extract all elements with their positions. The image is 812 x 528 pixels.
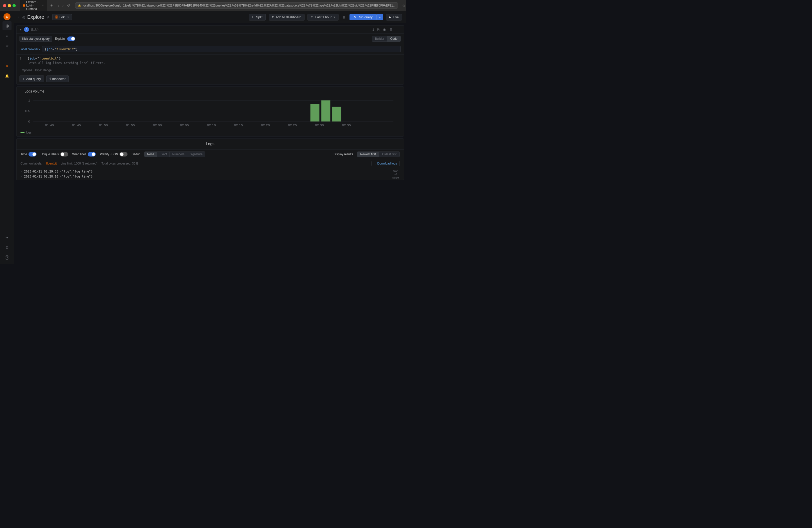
datasource-selector[interactable]: 🗄 Loki ▼ — [52, 14, 72, 20]
log-expand-icon-1[interactable]: › — [20, 170, 22, 173]
prettify-json-toggle[interactable] — [119, 152, 128, 157]
add-query-button[interactable]: + Add query — [19, 75, 44, 82]
run-query-button[interactable]: ↻ Run query — [349, 14, 377, 20]
split-button[interactable]: ⊢ Split — [249, 14, 265, 20]
query-input-field[interactable]: {job="fluentbit"} — [42, 46, 401, 52]
sidebar-item-help[interactable]: ? — [2, 253, 12, 262]
sidebar-item-explore[interactable]: ◎ — [2, 21, 12, 30]
y-label-0: 0 — [28, 120, 30, 123]
sidebar-item-alerting[interactable]: ◈ — [2, 61, 12, 70]
logo-letter: G — [6, 15, 8, 18]
code-button[interactable]: Code — [387, 36, 401, 42]
download-logs-button[interactable]: ↓ Download logs — [372, 161, 400, 166]
sidebar-item-signin[interactable]: ⇥ — [2, 233, 12, 242]
query-info-icon[interactable]: ℹ — [372, 27, 375, 32]
sidebar-item-settings[interactable]: ⚙ — [2, 243, 12, 252]
options-label: Options — [22, 69, 32, 72]
dedup-exact-button[interactable]: Exact — [157, 152, 170, 157]
tab-close-button[interactable]: × — [42, 4, 44, 7]
kickstart-button[interactable]: Kick start your query — [19, 36, 52, 42]
log-expand-icon-2[interactable]: › — [20, 175, 22, 177]
split-icon: ⊢ — [252, 15, 255, 19]
sidebar-item-search[interactable]: ⌕ — [2, 31, 12, 40]
minimize-window-button[interactable] — [8, 4, 11, 7]
sidebar-item-starred[interactable]: ☆ — [2, 41, 12, 50]
run-query-dropdown-button[interactable]: ▼ — [377, 14, 383, 20]
newest-first-button[interactable]: Newest first — [357, 152, 379, 157]
query-more-icon[interactable]: ⋮ — [395, 27, 401, 32]
topbar: › ◎ Explore ⇗ 🗄 Loki ▼ ⊢ Split ⊞ Add to … — [14, 11, 406, 23]
sidebar: G ◎ ⌕ ☆ ⊞ ◈ 🔔 ⇥ ⚙ ? — [0, 11, 14, 264]
new-tab-button[interactable]: + — [50, 3, 53, 8]
query-hide-icon[interactable]: ◉ — [382, 27, 387, 32]
query-options[interactable]: › Options Type: Range — [16, 67, 404, 73]
log-text-1: 2023-01-21 02:29:35 {"log":"log line"} — [24, 170, 93, 173]
label-browser-link[interactable]: Label browser › — [19, 47, 40, 51]
sidebar-item-dashboards[interactable]: ⊞ — [2, 51, 12, 60]
close-window-button[interactable] — [3, 4, 6, 7]
builder-button[interactable]: Builder — [372, 36, 387, 42]
explain-toggle[interactable] — [67, 36, 75, 41]
label-browser-label: Label browser — [19, 47, 38, 51]
x-label-9: 02:25 — [288, 123, 297, 127]
time-range-chevron-icon: ▼ — [333, 16, 335, 18]
unique-labels-toggle[interactable] — [60, 152, 68, 157]
refresh-button[interactable]: ↺ — [66, 2, 71, 9]
x-label-1: 01:45 — [72, 123, 81, 127]
query-delete-icon[interactable]: 🗑 — [388, 27, 394, 32]
collapse-query-icon[interactable]: ▼ — [19, 28, 22, 31]
live-button[interactable]: ▶ Live — [386, 14, 402, 20]
x-label-5: 02:05 — [180, 123, 189, 127]
wrap-lines-toggle[interactable] — [88, 152, 96, 157]
zoom-out-icon[interactable]: ⊖ — [342, 15, 347, 19]
inspector-icon: ℹ — [49, 77, 51, 81]
time-toggle[interactable] — [29, 152, 37, 157]
oldest-first-button[interactable]: Oldest first — [379, 152, 400, 157]
loki-icon: 🗄 — [55, 15, 58, 19]
browser-tab[interactable]: Explore - Loki - Grafana × — [20, 0, 47, 12]
logs-meta: Common labels: fluentbit Line limit: 100… — [16, 159, 404, 168]
browser-nav: ‹ › ↺ — [57, 2, 71, 9]
time-range-button[interactable]: ⏱ Last 1 hour ▼ — [307, 14, 338, 20]
tab-favicon — [23, 4, 25, 7]
grafana-logo[interactable]: G — [3, 13, 11, 20]
address-bar[interactable]: 🔒 localhost:3000/explore?orgId=1&left=%7… — [75, 2, 398, 9]
download-icon: ↓ — [374, 162, 376, 165]
star-icon: ☆ — [5, 44, 9, 48]
query-line-1: 1 {job="fluentbit"} — [19, 57, 401, 60]
start-of-range-label: Startofrange — [392, 170, 399, 179]
browser-actions: ☆ ⊞ ⋮ — [402, 3, 406, 8]
inspector-button[interactable]: ℹ Inspector — [46, 75, 69, 82]
chart-area: 1 0.5 0 01:40 01:45 01:50 01:55 02:00 02… — [16, 96, 404, 131]
log-row[interactable]: › 2023-01-21 02:28:10 {"log":"log line"} — [16, 174, 404, 179]
log-row[interactable]: › 2023-01-21 02:29:35 {"log":"log line"} — [16, 169, 404, 174]
sidebar-item-notifications[interactable]: 🔔 — [2, 71, 12, 80]
dedup-signature-button[interactable]: Signature — [187, 152, 205, 157]
search-icon: ⌕ — [6, 34, 8, 38]
run-query-label: Run query — [358, 15, 373, 19]
x-label-10: 02:30 — [315, 123, 324, 127]
line-limit-text: Line limit: 1000 (2 returned) — [61, 162, 98, 165]
topbar-title: ◎ Explore ⇗ — [22, 14, 49, 20]
add-query-label: Add query — [26, 77, 41, 81]
time-control: Time — [20, 152, 37, 157]
back-button[interactable]: ‹ — [57, 2, 60, 9]
maximize-window-button[interactable] — [13, 4, 16, 7]
dedup-numbers-button[interactable]: Numbers — [170, 152, 187, 157]
query-copy-icon[interactable]: ⎘ — [376, 27, 380, 32]
expand-sidebar-icon[interactable]: › — [18, 15, 19, 19]
x-label-6: 02:10 — [207, 123, 216, 127]
browser-chrome: Explore - Loki - Grafana × + ‹ › ↺ 🔒 loc… — [0, 0, 406, 11]
live-label: Live — [393, 15, 399, 19]
logs-volume-collapse-icon: ⌄ — [20, 90, 23, 93]
dedup-none-button[interactable]: None — [145, 152, 157, 157]
chart-bar-3 — [332, 107, 341, 121]
logs-volume-header[interactable]: ⌄ Logs volume — [16, 87, 404, 96]
dedup-label: Dedup — [131, 152, 140, 156]
tab-title: Explore - Loki - Grafana — [26, 0, 39, 11]
forward-button[interactable]: › — [61, 2, 64, 9]
bookmark-icon[interactable]: ☆ — [402, 3, 406, 8]
logs-controls: Time Unique labels Wrap lines Prettify J… — [16, 149, 404, 159]
share-icon[interactable]: ⇗ — [46, 15, 49, 19]
add-to-dashboard-button[interactable]: ⊞ Add to dashboard — [269, 14, 305, 20]
